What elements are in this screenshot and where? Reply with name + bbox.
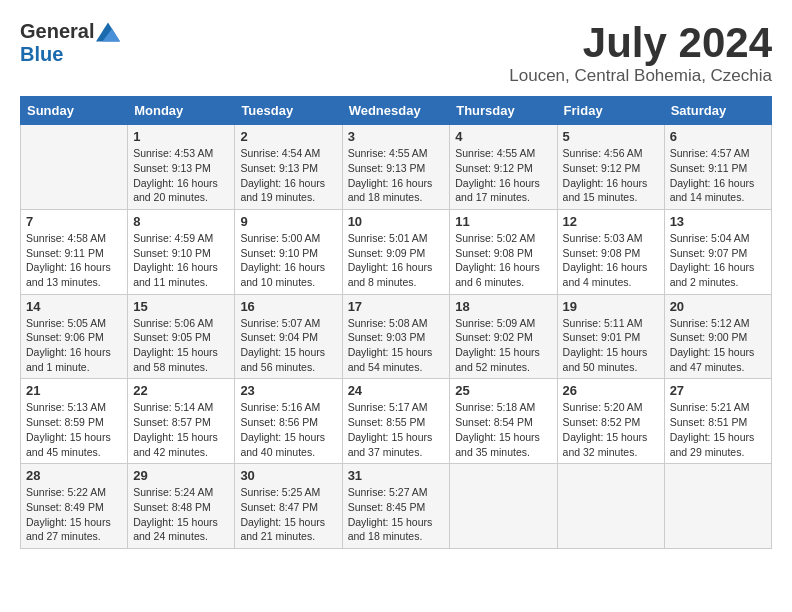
day-info: Sunrise: 5:17 AMSunset: 8:55 PMDaylight:… — [348, 400, 445, 459]
weekday-header: Monday — [128, 97, 235, 125]
weekday-header: Saturday — [664, 97, 771, 125]
calendar-cell: 9Sunrise: 5:00 AMSunset: 9:10 PMDaylight… — [235, 209, 342, 294]
calendar-cell: 12Sunrise: 5:03 AMSunset: 9:08 PMDayligh… — [557, 209, 664, 294]
calendar-cell — [664, 464, 771, 549]
day-info: Sunrise: 5:05 AMSunset: 9:06 PMDaylight:… — [26, 316, 122, 375]
calendar-cell: 2Sunrise: 4:54 AMSunset: 9:13 PMDaylight… — [235, 125, 342, 210]
calendar-cell: 5Sunrise: 4:56 AMSunset: 9:12 PMDaylight… — [557, 125, 664, 210]
calendar-cell — [450, 464, 557, 549]
calendar-cell: 8Sunrise: 4:59 AMSunset: 9:10 PMDaylight… — [128, 209, 235, 294]
day-info: Sunrise: 5:00 AMSunset: 9:10 PMDaylight:… — [240, 231, 336, 290]
day-info: Sunrise: 4:53 AMSunset: 9:13 PMDaylight:… — [133, 146, 229, 205]
day-number: 18 — [455, 299, 551, 314]
day-number: 17 — [348, 299, 445, 314]
day-number: 9 — [240, 214, 336, 229]
day-info: Sunrise: 5:12 AMSunset: 9:00 PMDaylight:… — [670, 316, 766, 375]
day-info: Sunrise: 4:54 AMSunset: 9:13 PMDaylight:… — [240, 146, 336, 205]
day-number: 15 — [133, 299, 229, 314]
calendar-cell: 22Sunrise: 5:14 AMSunset: 8:57 PMDayligh… — [128, 379, 235, 464]
calendar-table: SundayMondayTuesdayWednesdayThursdayFrid… — [20, 96, 772, 549]
day-number: 26 — [563, 383, 659, 398]
weekday-header: Thursday — [450, 97, 557, 125]
day-number: 4 — [455, 129, 551, 144]
calendar-cell: 15Sunrise: 5:06 AMSunset: 9:05 PMDayligh… — [128, 294, 235, 379]
day-number: 19 — [563, 299, 659, 314]
calendar-cell: 23Sunrise: 5:16 AMSunset: 8:56 PMDayligh… — [235, 379, 342, 464]
title-area: July 2024 Loucen, Central Bohemia, Czech… — [509, 20, 772, 86]
calendar-cell: 21Sunrise: 5:13 AMSunset: 8:59 PMDayligh… — [21, 379, 128, 464]
calendar-cell: 4Sunrise: 4:55 AMSunset: 9:12 PMDaylight… — [450, 125, 557, 210]
day-info: Sunrise: 4:56 AMSunset: 9:12 PMDaylight:… — [563, 146, 659, 205]
day-number: 16 — [240, 299, 336, 314]
day-number: 12 — [563, 214, 659, 229]
logo-blue-text: Blue — [20, 43, 63, 66]
calendar-cell: 31Sunrise: 5:27 AMSunset: 8:45 PMDayligh… — [342, 464, 450, 549]
day-info: Sunrise: 5:01 AMSunset: 9:09 PMDaylight:… — [348, 231, 445, 290]
day-info: Sunrise: 5:25 AMSunset: 8:47 PMDaylight:… — [240, 485, 336, 544]
calendar-cell: 24Sunrise: 5:17 AMSunset: 8:55 PMDayligh… — [342, 379, 450, 464]
calendar-cell: 17Sunrise: 5:08 AMSunset: 9:03 PMDayligh… — [342, 294, 450, 379]
logo: General Blue — [20, 20, 120, 66]
day-info: Sunrise: 5:22 AMSunset: 8:49 PMDaylight:… — [26, 485, 122, 544]
weekday-header: Tuesday — [235, 97, 342, 125]
day-number: 27 — [670, 383, 766, 398]
day-number: 31 — [348, 468, 445, 483]
calendar-cell — [21, 125, 128, 210]
day-number: 1 — [133, 129, 229, 144]
day-info: Sunrise: 5:14 AMSunset: 8:57 PMDaylight:… — [133, 400, 229, 459]
calendar-cell: 27Sunrise: 5:21 AMSunset: 8:51 PMDayligh… — [664, 379, 771, 464]
day-info: Sunrise: 5:27 AMSunset: 8:45 PMDaylight:… — [348, 485, 445, 544]
day-number: 11 — [455, 214, 551, 229]
day-info: Sunrise: 5:07 AMSunset: 9:04 PMDaylight:… — [240, 316, 336, 375]
day-number: 8 — [133, 214, 229, 229]
day-info: Sunrise: 5:06 AMSunset: 9:05 PMDaylight:… — [133, 316, 229, 375]
calendar-week-row: 21Sunrise: 5:13 AMSunset: 8:59 PMDayligh… — [21, 379, 772, 464]
calendar-cell: 20Sunrise: 5:12 AMSunset: 9:00 PMDayligh… — [664, 294, 771, 379]
day-info: Sunrise: 4:58 AMSunset: 9:11 PMDaylight:… — [26, 231, 122, 290]
calendar-subtitle: Loucen, Central Bohemia, Czechia — [509, 66, 772, 86]
day-info: Sunrise: 4:55 AMSunset: 9:12 PMDaylight:… — [455, 146, 551, 205]
calendar-cell: 25Sunrise: 5:18 AMSunset: 8:54 PMDayligh… — [450, 379, 557, 464]
calendar-cell: 10Sunrise: 5:01 AMSunset: 9:09 PMDayligh… — [342, 209, 450, 294]
weekday-header: Sunday — [21, 97, 128, 125]
calendar-cell: 29Sunrise: 5:24 AMSunset: 8:48 PMDayligh… — [128, 464, 235, 549]
calendar-week-row: 1Sunrise: 4:53 AMSunset: 9:13 PMDaylight… — [21, 125, 772, 210]
calendar-cell: 14Sunrise: 5:05 AMSunset: 9:06 PMDayligh… — [21, 294, 128, 379]
day-info: Sunrise: 5:20 AMSunset: 8:52 PMDaylight:… — [563, 400, 659, 459]
day-number: 28 — [26, 468, 122, 483]
day-info: Sunrise: 5:13 AMSunset: 8:59 PMDaylight:… — [26, 400, 122, 459]
calendar-cell: 26Sunrise: 5:20 AMSunset: 8:52 PMDayligh… — [557, 379, 664, 464]
day-info: Sunrise: 5:16 AMSunset: 8:56 PMDaylight:… — [240, 400, 336, 459]
day-number: 21 — [26, 383, 122, 398]
calendar-cell: 6Sunrise: 4:57 AMSunset: 9:11 PMDaylight… — [664, 125, 771, 210]
calendar-cell: 1Sunrise: 4:53 AMSunset: 9:13 PMDaylight… — [128, 125, 235, 210]
calendar-cell: 28Sunrise: 5:22 AMSunset: 8:49 PMDayligh… — [21, 464, 128, 549]
day-info: Sunrise: 5:11 AMSunset: 9:01 PMDaylight:… — [563, 316, 659, 375]
calendar-cell: 30Sunrise: 5:25 AMSunset: 8:47 PMDayligh… — [235, 464, 342, 549]
calendar-title: July 2024 — [509, 20, 772, 66]
weekday-header: Friday — [557, 97, 664, 125]
calendar-cell: 16Sunrise: 5:07 AMSunset: 9:04 PMDayligh… — [235, 294, 342, 379]
day-number: 24 — [348, 383, 445, 398]
day-number: 3 — [348, 129, 445, 144]
day-number: 6 — [670, 129, 766, 144]
day-info: Sunrise: 5:21 AMSunset: 8:51 PMDaylight:… — [670, 400, 766, 459]
calendar-week-row: 7Sunrise: 4:58 AMSunset: 9:11 PMDaylight… — [21, 209, 772, 294]
day-number: 23 — [240, 383, 336, 398]
day-number: 7 — [26, 214, 122, 229]
day-info: Sunrise: 5:09 AMSunset: 9:02 PMDaylight:… — [455, 316, 551, 375]
day-number: 29 — [133, 468, 229, 483]
calendar-cell: 7Sunrise: 4:58 AMSunset: 9:11 PMDaylight… — [21, 209, 128, 294]
calendar-week-row: 14Sunrise: 5:05 AMSunset: 9:06 PMDayligh… — [21, 294, 772, 379]
day-info: Sunrise: 5:03 AMSunset: 9:08 PMDaylight:… — [563, 231, 659, 290]
calendar-cell: 3Sunrise: 4:55 AMSunset: 9:13 PMDaylight… — [342, 125, 450, 210]
day-number: 2 — [240, 129, 336, 144]
day-info: Sunrise: 5:24 AMSunset: 8:48 PMDaylight:… — [133, 485, 229, 544]
day-info: Sunrise: 5:18 AMSunset: 8:54 PMDaylight:… — [455, 400, 551, 459]
day-number: 25 — [455, 383, 551, 398]
calendar-cell: 13Sunrise: 5:04 AMSunset: 9:07 PMDayligh… — [664, 209, 771, 294]
day-info: Sunrise: 4:55 AMSunset: 9:13 PMDaylight:… — [348, 146, 445, 205]
day-info: Sunrise: 4:57 AMSunset: 9:11 PMDaylight:… — [670, 146, 766, 205]
weekday-header: Wednesday — [342, 97, 450, 125]
logo-general-text: General — [20, 20, 94, 43]
